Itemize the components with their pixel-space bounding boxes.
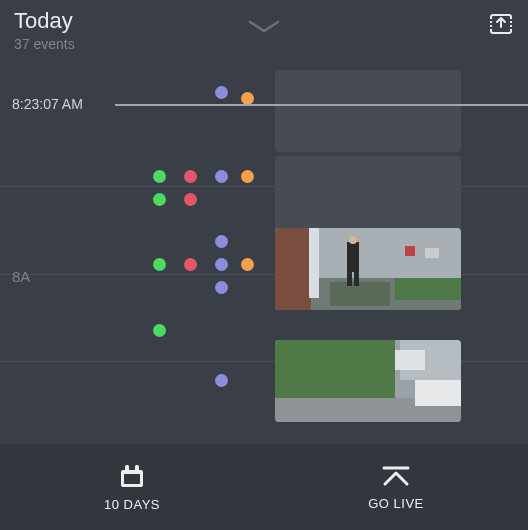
svg-rect-23 [125, 465, 129, 472]
clip-thumbnail[interactable] [275, 228, 461, 310]
share-icon [488, 10, 514, 36]
svg-rect-6 [309, 228, 319, 298]
hour-label: 8A [12, 268, 30, 285]
svg-rect-16 [275, 340, 395, 402]
ten-days-label: 10 DAYS [104, 497, 160, 512]
calendar-icon [118, 463, 146, 489]
svg-rect-11 [347, 242, 359, 272]
event-dot[interactable] [215, 258, 228, 271]
event-dot[interactable] [215, 235, 228, 248]
event-dot[interactable] [153, 170, 166, 183]
svg-rect-14 [354, 270, 359, 286]
svg-rect-19 [415, 380, 461, 406]
event-dot[interactable] [184, 193, 197, 206]
header-title-group: Today 37 events [14, 8, 75, 52]
clip-placeholder [275, 156, 461, 238]
event-dot[interactable] [184, 170, 197, 183]
share-button[interactable] [486, 8, 516, 38]
event-dot[interactable] [215, 281, 228, 294]
event-dot[interactable] [241, 170, 254, 183]
timeline[interactable]: 8A 8:23:07 AM [0, 56, 528, 444]
event-dot[interactable] [153, 193, 166, 206]
ten-days-button[interactable]: 10 DAYS [0, 444, 264, 530]
svg-rect-10 [425, 248, 439, 258]
svg-rect-7 [330, 282, 390, 306]
footer-bar: 10 DAYS GO LIVE [0, 444, 528, 530]
event-dot[interactable] [153, 324, 166, 337]
svg-rect-5 [275, 228, 311, 310]
event-dot[interactable] [184, 258, 197, 271]
event-dot[interactable] [241, 258, 254, 271]
go-live-button[interactable]: GO LIVE [264, 444, 528, 530]
svg-rect-9 [405, 246, 415, 256]
svg-rect-8 [395, 278, 461, 300]
collapse-chevron[interactable] [248, 20, 280, 38]
event-dot[interactable] [153, 258, 166, 271]
current-time-indicator[interactable]: 8:23:07 AM [0, 104, 528, 106]
go-live-icon [381, 464, 411, 488]
current-time-label: 8:23:07 AM [0, 96, 115, 112]
go-live-label: GO LIVE [368, 496, 424, 511]
svg-point-12 [349, 236, 357, 244]
clip-thumbnail[interactable] [275, 340, 461, 422]
event-count: 37 events [14, 36, 75, 52]
svg-rect-13 [347, 270, 352, 286]
chevron-down-icon [248, 20, 280, 34]
svg-rect-20 [395, 350, 425, 370]
svg-rect-22 [124, 474, 140, 484]
page-title: Today [14, 8, 75, 34]
header: Today 37 events [0, 0, 528, 56]
event-dot[interactable] [215, 170, 228, 183]
event-dot[interactable] [215, 86, 228, 99]
current-time-rule [115, 104, 528, 106]
clip-placeholder [275, 70, 461, 152]
svg-rect-24 [135, 465, 139, 472]
event-dot[interactable] [215, 374, 228, 387]
